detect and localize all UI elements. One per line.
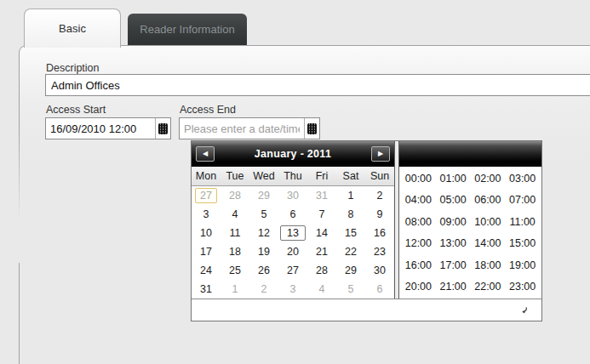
calendar-grid-icon [307, 123, 317, 134]
time-option[interactable]: 10:00 [474, 216, 501, 228]
day-name: Fri [307, 170, 336, 182]
day-name: Thu [278, 170, 307, 182]
time-option[interactable]: 06:00 [474, 194, 501, 206]
calendar-day[interactable]: 2 [249, 280, 278, 299]
access-end-input[interactable] [180, 118, 304, 139]
tab-reader-information-label: Reader Information [140, 23, 234, 36]
time-option[interactable]: 21:00 [439, 281, 466, 293]
time-option[interactable]: 14:00 [474, 237, 501, 249]
calendar-day[interactable]: 1 [221, 280, 249, 299]
calendar-day[interactable]: 3 [192, 205, 221, 224]
calendar-panel: ◀ January - 2011 ▶ Mon Tue Wed Thu Fri S… [192, 141, 394, 299]
calendar-day[interactable]: 26 [249, 261, 278, 280]
calendar-day[interactable]: 28 [221, 186, 249, 205]
time-option[interactable]: 18:00 [474, 259, 501, 271]
calendar-day[interactable]: 12 [249, 224, 278, 242]
calendar-day[interactable]: 15 [336, 224, 365, 242]
calendar-day[interactable]: 6 [278, 205, 307, 224]
access-end-calendar-button[interactable] [304, 118, 319, 139]
calendar-day[interactable]: 5 [249, 205, 278, 224]
calendar-day[interactable]: 4 [221, 205, 249, 224]
calendar-day[interactable]: 2 [365, 186, 394, 205]
time-option[interactable]: 13:00 [439, 237, 466, 249]
calendar-day[interactable]: 28 [307, 261, 336, 280]
time-option[interactable]: 11:00 [509, 216, 535, 228]
left-arrow-icon: ◀ [203, 151, 208, 157]
day-name: Sun [365, 170, 394, 182]
time-option[interactable]: 00:00 [405, 173, 432, 185]
calendar-day[interactable]: 23 [365, 242, 394, 261]
picker-main: ◀ January - 2011 ▶ Mon Tue Wed Thu Fri S… [192, 141, 541, 299]
time-option[interactable]: 22:00 [474, 281, 501, 293]
next-month-button[interactable]: ▶ [371, 146, 390, 162]
calendar-day[interactable]: 16 [365, 224, 394, 242]
calendar-grid-icon [158, 123, 168, 134]
calendar-grid: 27 28 29 30 31 1 2 3 4 5 6 7 8 9 10 [192, 186, 394, 299]
day-names-row: Mon Tue Wed Thu Fri Sat Sun [192, 167, 394, 186]
calendar-day[interactable]: 27 [192, 186, 221, 205]
calendar-day[interactable]: 22 [336, 242, 365, 261]
time-option[interactable]: 23:00 [509, 281, 536, 293]
prev-month-button[interactable]: ◀ [196, 146, 215, 162]
time-option[interactable]: 03:00 [509, 173, 536, 185]
access-start-field [45, 117, 171, 139]
calendar-day[interactable]: 7 [307, 205, 336, 224]
time-option[interactable]: 15:00 [509, 237, 536, 249]
calendar-day[interactable]: 29 [249, 186, 278, 205]
tab-reader-information[interactable]: Reader Information [128, 14, 247, 45]
calendar-day[interactable]: 19 [249, 242, 278, 261]
calendar-day[interactable]: 30 [278, 186, 307, 205]
calendar-header: ◀ January - 2011 ▶ [192, 141, 394, 167]
calendar-day[interactable]: 17 [192, 242, 221, 261]
calendar-day[interactable]: 4 [307, 280, 336, 299]
calendar-day-selected[interactable]: 13 [278, 224, 307, 242]
calendar-day[interactable]: 3 [278, 280, 307, 299]
time-option[interactable]: 05:00 [439, 194, 466, 206]
calendar-day[interactable]: 31 [307, 186, 336, 205]
access-settings-screen: Reader Information Basic Description Acc… [0, 0, 590, 364]
calendar-day[interactable]: 5 [336, 280, 365, 299]
picker-footer [192, 299, 541, 321]
calendar-day[interactable]: 14 [307, 224, 336, 242]
return-arrow-button[interactable] [518, 304, 530, 316]
tab-basic[interactable]: Basic [24, 9, 121, 48]
calendar-day[interactable]: 25 [221, 261, 249, 280]
time-option[interactable]: 16:00 [405, 259, 432, 271]
time-option[interactable]: 08:00 [405, 216, 432, 228]
time-option[interactable]: 20:00 [405, 281, 432, 293]
calendar-day[interactable]: 11 [221, 224, 249, 242]
time-option[interactable]: 07:00 [509, 194, 536, 206]
time-option[interactable]: 01:00 [439, 173, 466, 185]
description-input[interactable] [45, 74, 590, 96]
time-panel: 00:00 01:00 02:00 03:00 04:00 05:00 06:0… [399, 141, 541, 299]
time-option[interactable]: 17:00 [439, 259, 466, 271]
time-option[interactable]: 09:00 [439, 216, 466, 228]
calendar-day[interactable]: 29 [336, 261, 365, 280]
tab-basic-label: Basic [59, 22, 86, 35]
calendar-day[interactable]: 6 [365, 280, 394, 299]
access-start-input[interactable] [46, 118, 155, 139]
calendar-title[interactable]: January - 2011 [219, 148, 367, 160]
access-start-calendar-button[interactable] [155, 118, 170, 139]
day-name: Sat [336, 170, 365, 182]
calendar-day[interactable]: 9 [365, 205, 394, 224]
return-arrow-icon [519, 306, 528, 315]
calendar-day[interactable]: 31 [192, 280, 221, 299]
right-arrow-icon: ▶ [378, 151, 383, 157]
day-name: Mon [192, 170, 221, 182]
calendar-day[interactable]: 20 [278, 242, 307, 261]
access-end-label: Access End [180, 104, 236, 116]
calendar-day[interactable]: 21 [307, 242, 336, 261]
calendar-day[interactable]: 30 [365, 261, 394, 280]
calendar-day[interactable]: 1 [336, 186, 365, 205]
calendar-day[interactable]: 18 [221, 242, 249, 261]
calendar-day[interactable]: 24 [192, 261, 221, 280]
calendar-day[interactable]: 27 [278, 261, 307, 280]
time-option[interactable]: 19:00 [509, 259, 536, 271]
calendar-day[interactable]: 8 [336, 205, 365, 224]
time-option[interactable]: 02:00 [474, 173, 501, 185]
panel-border-fade [19, 127, 20, 263]
time-option[interactable]: 12:00 [405, 237, 432, 249]
calendar-day[interactable]: 10 [192, 224, 221, 242]
time-option[interactable]: 04:00 [405, 194, 432, 206]
